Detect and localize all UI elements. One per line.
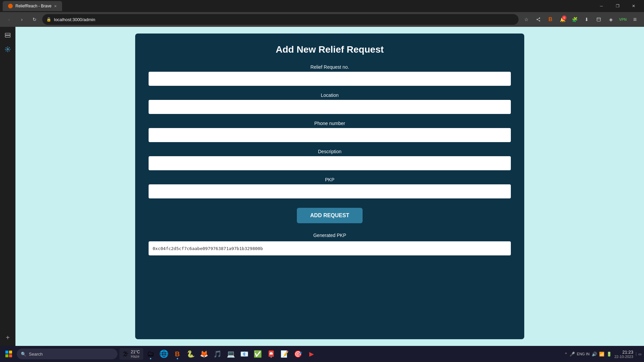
taskbar-app-brave[interactable]: B	[171, 348, 183, 360]
add-request-button[interactable]: ADD REQUEST	[297, 208, 363, 223]
date-display: 22-10-2023	[614, 355, 633, 359]
taskbar-app-python[interactable]: 🐍	[185, 348, 197, 360]
taskbar-app-mail[interactable]: 📧	[238, 348, 251, 360]
window-minimize-button[interactable]: ─	[594, 0, 609, 12]
tray-expand-button[interactable]: ^	[565, 352, 567, 356]
start-icon	[5, 351, 12, 357]
microphone-icon[interactable]: 🎤	[570, 352, 575, 357]
browser-tab[interactable]: ReliefReach - Brave ✕	[3, 1, 62, 11]
extensions-button[interactable]: 🧩	[570, 14, 580, 24]
brave-shield-button[interactable]: B	[545, 14, 555, 24]
url-display: localhost:3000/admin	[54, 17, 95, 22]
refresh-button[interactable]: ↻	[30, 14, 40, 24]
input-relief-request-no[interactable]	[149, 72, 511, 86]
tab-close-button[interactable]: ✕	[54, 4, 57, 8]
label-location: Location	[149, 93, 511, 98]
search-icon: 🔍	[21, 352, 26, 357]
taskbar-app-play[interactable]: ▶	[306, 348, 318, 360]
menu-button[interactable]: ≡	[630, 14, 640, 24]
taskbar-app-vscode[interactable]: 💻	[225, 348, 237, 360]
input-phone-number[interactable]	[149, 128, 511, 142]
taskbar-right: ^ 🎤 ENG IN 🔊 📶 🔋 21:23 22-10-2023 ▭	[565, 350, 641, 359]
battery-icon[interactable]: 🔋	[606, 352, 612, 357]
input-location[interactable]	[149, 100, 511, 114]
input-pkp[interactable]	[149, 184, 511, 198]
taskbar-app-tick[interactable]: ✅	[252, 348, 264, 360]
taskbar-app-fileexplorer[interactable]: 🗂	[145, 348, 157, 360]
window-close-button[interactable]: ✕	[626, 0, 641, 12]
form-card: Add New Relief Request Relief Request no…	[135, 34, 524, 339]
wifi-icon[interactable]: 📶	[599, 352, 604, 357]
title-bar: ReliefReach - Brave ✕ ─ ❐ ✕	[0, 0, 644, 12]
volume-icon[interactable]: 🔊	[592, 352, 597, 357]
form-group-phone-number: Phone number	[149, 121, 511, 142]
notifications-button[interactable]: 🔔 0	[557, 14, 568, 24]
form-title: Add New Relief Request	[149, 44, 511, 55]
svg-point-4	[7, 49, 9, 50]
search-label: Search	[29, 352, 43, 357]
address-bar[interactable]: 🔒 localhost:3000/admin	[42, 14, 519, 25]
sidebar-extensions-icon[interactable]	[2, 44, 13, 55]
svg-rect-3	[5, 36, 10, 37]
window-restore-button[interactable]: ❐	[610, 0, 625, 12]
weather-condition: Haze	[131, 354, 140, 358]
browser-toolbar: ‹ › ↻ 🔒 localhost:3000/admin ☆ B 🔔 0 🧩 ⬇…	[0, 12, 644, 27]
downloads-button[interactable]: ⬇	[582, 14, 592, 24]
taskbar: 🔍 Search 🌫 21°C Haze 🗂 🌐 B 🐍 🦊 🎵 💻 📧 ✅ 📮…	[0, 346, 644, 362]
taskbar-app-chrome[interactable]: 🌐	[158, 348, 170, 360]
form-group-description: Description	[149, 149, 511, 170]
tab-title: ReliefReach - Brave	[15, 4, 51, 8]
clock: 21:23	[614, 350, 633, 355]
form-group-location: Location	[149, 93, 511, 114]
toolbar-actions: ☆ B 🔔 0 🧩 ⬇ ◈ VPN ≡	[521, 14, 640, 24]
form-group-pkp: PKP	[149, 177, 511, 198]
language-icon[interactable]: ENG IN	[577, 352, 590, 356]
label-pkp: PKP	[149, 177, 511, 182]
taskbar-app-target[interactable]: 🎯	[292, 348, 304, 360]
generated-pkp-input[interactable]	[149, 241, 511, 255]
label-relief-request-no: Relief Request no.	[149, 64, 511, 70]
taskbar-apps: 🌫 21°C Haze 🗂 🌐 B 🐍 🦊 🎵 💻 📧 ✅ 📮 📝 🎯 ▶	[119, 348, 318, 360]
label-description: Description	[149, 149, 511, 154]
taskbar-search[interactable]: 🔍 Search	[17, 349, 117, 359]
weather-icon: 🌫	[123, 351, 129, 358]
weather-widget[interactable]: 🌫 21°C Haze	[119, 348, 143, 360]
taskbar-app-notes[interactable]: 📝	[279, 348, 291, 360]
forward-button[interactable]: ›	[17, 14, 27, 24]
share-button[interactable]	[533, 14, 543, 24]
bookmark-button[interactable]: ☆	[521, 14, 531, 24]
sidebar-add-button[interactable]: +	[2, 332, 13, 343]
taskbar-app-firefox[interactable]: 🦊	[198, 348, 210, 360]
back-button[interactable]: ‹	[4, 14, 14, 24]
notification-badge: 0	[562, 15, 567, 20]
system-tray-icons: 🎤 ENG IN 🔊 📶 🔋	[570, 352, 612, 357]
label-phone-number: Phone number	[149, 121, 511, 126]
taskbar-app-media[interactable]: 🎵	[212, 348, 224, 360]
generated-pkp-label: Generated PKP	[149, 233, 511, 238]
security-icon: 🔒	[46, 17, 51, 22]
svg-rect-2	[5, 33, 10, 35]
sidebar-tabs-icon[interactable]	[2, 29, 13, 41]
vpn-button[interactable]: VPN	[618, 14, 628, 24]
page-content: Add New Relief Request Relief Request no…	[15, 27, 644, 346]
start-button[interactable]	[3, 348, 15, 360]
svg-rect-0	[597, 18, 601, 21]
wallet-button[interactable]: ◈	[606, 14, 616, 24]
taskbar-app-outlook[interactable]: 📮	[265, 348, 277, 360]
form-group-relief-request-no: Relief Request no.	[149, 64, 511, 86]
show-desktop-button[interactable]: ▭	[636, 352, 641, 356]
temperature: 21°C	[131, 350, 140, 354]
window-controls: ─ ❐ ✕	[594, 0, 641, 12]
datetime-widget[interactable]: 21:23 22-10-2023	[614, 350, 633, 359]
browser-sidebar: +	[0, 27, 15, 346]
input-description[interactable]	[149, 156, 511, 170]
layout-button[interactable]	[594, 14, 604, 24]
tab-favicon	[8, 4, 13, 8]
